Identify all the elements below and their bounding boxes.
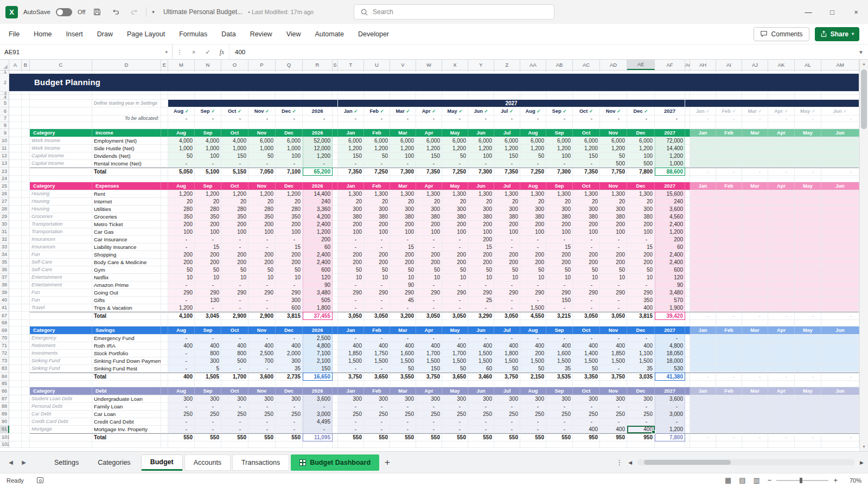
- year-total-cell[interactable]: 7,800: [655, 433, 685, 441]
- cell[interactable]: [390, 320, 416, 326]
- cell[interactable]: -: [195, 160, 221, 168]
- cell[interactable]: 250: [573, 411, 600, 418]
- cell[interactable]: [22, 357, 30, 365]
- cell[interactable]: 3,000: [655, 411, 685, 418]
- cell[interactable]: 3,750: [416, 373, 442, 381]
- column-header-AB[interactable]: AB: [546, 60, 573, 70]
- cell[interactable]: -: [442, 426, 468, 433]
- cell[interactable]: 350: [168, 213, 195, 221]
- cell[interactable]: 3,480: [303, 289, 333, 297]
- cell[interactable]: [685, 403, 690, 411]
- cell[interactable]: 200: [338, 221, 364, 228]
- item-label-cell[interactable]: Employment (Net): [92, 137, 161, 145]
- cell[interactable]: 1,000: [655, 160, 685, 168]
- cell[interactable]: 20: [442, 198, 468, 206]
- cell[interactable]: [655, 320, 685, 326]
- cell[interactable]: [742, 320, 768, 326]
- cell[interactable]: -: [600, 297, 627, 304]
- cell[interactable]: 200: [221, 259, 248, 266]
- cell[interactable]: Aug: [168, 326, 195, 335]
- cell[interactable]: 3,750: [600, 373, 627, 381]
- cell[interactable]: 5,100: [195, 168, 221, 176]
- cell[interactable]: [161, 228, 168, 236]
- cell[interactable]: [333, 426, 338, 433]
- column-header-A[interactable]: A: [9, 60, 22, 70]
- row-header-91[interactable]: 91: [0, 426, 9, 433]
- cell[interactable]: 20: [627, 198, 655, 206]
- cell[interactable]: 6,000: [416, 137, 442, 145]
- row-header-40[interactable]: 40: [0, 297, 9, 304]
- cell[interactable]: -: [364, 236, 390, 244]
- cell[interactable]: 300: [338, 206, 364, 213]
- cell[interactable]: 1,850: [600, 350, 627, 357]
- cell[interactable]: [390, 176, 416, 182]
- cell[interactable]: [690, 160, 716, 168]
- cell[interactable]: 60: [655, 244, 685, 251]
- cell[interactable]: 130: [195, 297, 221, 304]
- cell[interactable]: [22, 137, 30, 145]
- cell[interactable]: [92, 176, 161, 182]
- cell[interactable]: 300: [627, 206, 655, 213]
- cell[interactable]: -: [742, 116, 768, 122]
- cell[interactable]: 200: [494, 251, 520, 259]
- view-normal-icon[interactable]: ▦: [725, 476, 731, 484]
- cell[interactable]: [768, 244, 795, 251]
- cell[interactable]: [716, 137, 742, 145]
- cell[interactable]: 1,200: [655, 152, 685, 160]
- cell[interactable]: [9, 145, 22, 152]
- cell[interactable]: Feb: [716, 387, 742, 395]
- cell[interactable]: [690, 403, 716, 411]
- cell[interactable]: [821, 381, 859, 387]
- cell[interactable]: [9, 107, 22, 116]
- cell[interactable]: 550: [276, 433, 303, 441]
- cell[interactable]: 200: [276, 251, 303, 259]
- cell[interactable]: -: [442, 244, 468, 251]
- cell[interactable]: [9, 326, 22, 335]
- cell[interactable]: -: [742, 373, 768, 381]
- cell[interactable]: [821, 342, 859, 350]
- cell[interactable]: 2027: [655, 107, 685, 116]
- cell[interactable]: Aug ✓: [520, 107, 546, 116]
- cell[interactable]: -: [573, 281, 600, 289]
- cell[interactable]: 10: [442, 274, 468, 281]
- cell[interactable]: [716, 122, 742, 129]
- cell[interactable]: [161, 312, 168, 320]
- cell[interactable]: [9, 129, 22, 137]
- cell[interactable]: Jan ✓: [338, 107, 364, 116]
- cell[interactable]: [333, 95, 338, 100]
- cell[interactable]: Sep: [195, 387, 221, 395]
- cell[interactable]: [168, 95, 195, 100]
- cell[interactable]: [795, 320, 821, 326]
- cell[interactable]: 6,000: [494, 137, 520, 145]
- scroll-down-icon[interactable]: ▼: [860, 443, 868, 451]
- cell[interactable]: -: [168, 403, 195, 411]
- cell[interactable]: [573, 381, 600, 387]
- cell[interactable]: 3,360: [303, 206, 333, 213]
- cell[interactable]: -: [390, 304, 416, 312]
- cell[interactable]: [685, 168, 690, 176]
- cell[interactable]: [161, 403, 168, 411]
- cell[interactable]: -: [573, 304, 600, 312]
- cell[interactable]: [276, 320, 303, 326]
- cell[interactable]: -: [546, 160, 573, 168]
- fx-icon[interactable]: fx: [215, 44, 229, 59]
- cell[interactable]: [416, 176, 442, 182]
- cell[interactable]: -: [520, 403, 546, 411]
- cell[interactable]: 300: [168, 395, 195, 403]
- cell[interactable]: [690, 395, 716, 403]
- cell[interactable]: [248, 95, 276, 100]
- cell[interactable]: 600: [303, 266, 333, 274]
- cell[interactable]: [161, 100, 168, 107]
- cell[interactable]: 1,500: [627, 357, 655, 365]
- cell[interactable]: 150: [416, 365, 442, 373]
- cell[interactable]: [161, 395, 168, 403]
- cell[interactable]: 290: [442, 289, 468, 297]
- minimize-button[interactable]: —: [796, 0, 820, 24]
- cell[interactable]: 300: [195, 357, 221, 365]
- cell[interactable]: Dec: [627, 129, 655, 137]
- cell[interactable]: -: [364, 244, 390, 251]
- cell[interactable]: Jun ✓: [821, 107, 859, 116]
- cell[interactable]: 200: [248, 251, 276, 259]
- category-cell[interactable]: Work Income: [30, 145, 92, 152]
- cell[interactable]: 500: [221, 357, 248, 365]
